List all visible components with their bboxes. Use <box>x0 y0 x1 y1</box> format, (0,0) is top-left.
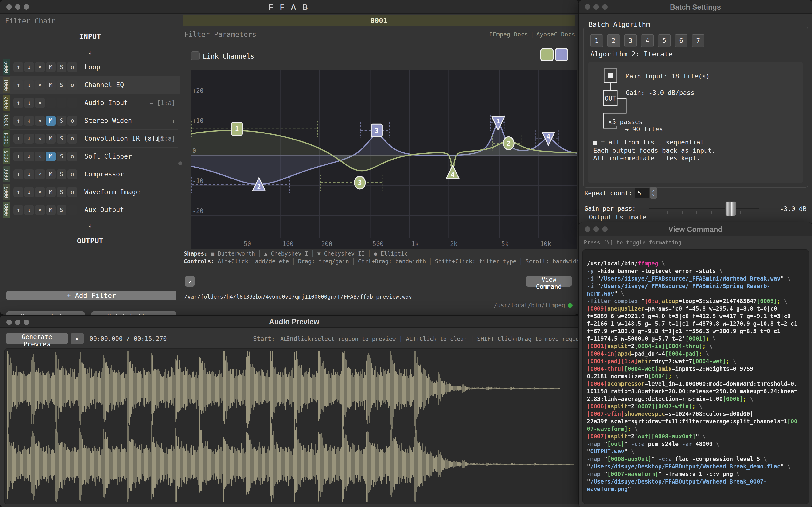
mute-button[interactable]: M <box>46 134 56 144</box>
svg-text:3: 3 <box>375 127 379 134</box>
move-down-button[interactable]: ↓ <box>24 169 34 179</box>
active-filter-id[interactable]: 0001 <box>183 15 575 26</box>
mute-button[interactable]: M <box>46 152 56 161</box>
expand-button[interactable]: ↗ <box>185 276 194 287</box>
command-code-block[interactable]: /usr/local/bin/ffmpeg \-y -hide_banner -… <box>582 249 809 504</box>
delete-button[interactable]: × <box>35 80 45 90</box>
filter-name: Compressor <box>84 170 124 178</box>
algorithm-6-button[interactable]: 6 <box>675 34 688 47</box>
solo-button[interactable]: S <box>57 80 66 90</box>
delete-button[interactable]: × <box>35 98 45 108</box>
output-button[interactable]: o <box>67 187 77 197</box>
move-down-button[interactable]: ↓ <box>24 80 34 90</box>
solo-button[interactable]: S <box>57 205 66 215</box>
stepper-up-icon[interactable]: ∧ <box>652 188 654 193</box>
output-button[interactable]: o <box>67 62 77 72</box>
move-up-button[interactable]: ↑ <box>13 205 23 215</box>
eq-editor[interactable]: 501002005001k2k5k10k+20+100-10-201234123… <box>190 70 577 249</box>
move-up-button[interactable]: ↑ <box>13 116 23 126</box>
output-button[interactable]: o <box>67 169 77 179</box>
delete-button[interactable]: × <box>35 187 45 197</box>
delete-button[interactable]: × <box>35 169 45 179</box>
main-input-text: Main Input: 18 file(s) <box>626 73 710 80</box>
view-command-button[interactable]: View Command <box>526 276 572 287</box>
solo-button[interactable]: S <box>57 116 66 126</box>
filter-row[interactable]: 0005↑↓×MSoSoft Clipper <box>0 148 180 165</box>
shapes-legend: Shapes: ■ Butterworth│▲ Chebyshev I│▼ Ch… <box>184 250 408 257</box>
move-up-button[interactable]: ↑ <box>13 187 23 197</box>
waveform-display[interactable] <box>4 348 584 504</box>
view-titlebar[interactable]: View Command <box>579 223 812 236</box>
move-down-button[interactable]: ↓ <box>24 205 34 215</box>
solo-button[interactable]: S <box>57 62 66 72</box>
channel-left-button[interactable] <box>540 48 554 61</box>
gain-slider-handle[interactable] <box>725 201 736 216</box>
solo-button[interactable]: S <box>57 169 66 179</box>
waveform-canvas[interactable] <box>7 351 582 502</box>
move-up-button[interactable]: ↑ <box>13 62 23 72</box>
gain-slider-track[interactable] <box>649 208 759 209</box>
move-down-button[interactable]: ↓ <box>24 134 34 144</box>
algorithm-4-button[interactable]: 4 <box>641 34 654 47</box>
delete-button[interactable]: × <box>35 152 45 161</box>
move-up-button[interactable]: ↑ <box>13 80 23 90</box>
delete-button[interactable]: × <box>35 205 45 215</box>
move-up-button[interactable]: ↑ <box>13 134 23 144</box>
output-button[interactable]: o <box>67 152 77 161</box>
solo-button[interactable]: S <box>57 187 66 197</box>
move-down-button[interactable]: ↓ <box>24 187 34 197</box>
delete-button[interactable]: × <box>35 62 45 72</box>
algorithm-7-button[interactable]: 7 <box>692 34 704 47</box>
audio-titlebar[interactable]: Audio Preview <box>0 316 588 328</box>
filter-row[interactable]: 0008↑↓×MSAux Output <box>0 201 180 219</box>
algorithm-3-button[interactable]: 3 <box>624 34 637 47</box>
mute-button[interactable]: M <box>46 169 56 179</box>
delete-button[interactable]: × <box>35 116 45 126</box>
solo-button[interactable]: S <box>57 152 66 161</box>
main-titlebar[interactable]: F F A B <box>0 0 579 14</box>
mute-button[interactable]: M <box>46 187 56 197</box>
repeat-count-stepper[interactable]: ∧ ∨ <box>650 187 657 199</box>
stepper-down-icon[interactable]: ∨ <box>652 193 654 198</box>
batch-titlebar[interactable]: Batch Settings <box>579 0 812 14</box>
main-window-title: F F A B <box>0 3 579 11</box>
output-button[interactable]: o <box>67 80 77 90</box>
channel-right-button[interactable] <box>555 48 568 61</box>
add-filter-button[interactable]: + Add Filter <box>6 291 176 300</box>
algorithm-5-button[interactable]: 5 <box>658 34 671 47</box>
link-channels-checkbox[interactable] <box>191 51 200 60</box>
generate-preview-button[interactable]: Generate Preview <box>6 333 68 344</box>
output-button[interactable]: o <box>67 134 77 144</box>
mute-button[interactable]: M <box>46 116 56 126</box>
docs-link[interactable]: AyoseC Docs <box>536 31 575 38</box>
repeat-count-input[interactable]: 5 <box>635 188 649 198</box>
filter-row[interactable]: 0004↑↓×MSoConvolution IR (afir← [1:a] <box>0 130 180 147</box>
move-up-button[interactable]: ↑ <box>13 169 23 179</box>
delete-button[interactable]: × <box>35 134 45 144</box>
move-down-button[interactable]: ↓ <box>24 98 34 108</box>
eq-graph[interactable]: 501002005001k2k5k10k+20+100-10-201234123… <box>190 70 577 249</box>
move-up-button[interactable]: ↑ <box>13 98 23 108</box>
filter-row[interactable]: 0007↑↓×MSoWaveform Image <box>0 183 180 201</box>
filter-row[interactable]: 0002↑↓×Audio Input→ [1:a] <box>0 94 180 112</box>
mute-button[interactable]: M <box>46 80 56 90</box>
solo-button[interactable]: S <box>57 134 66 144</box>
filter-row[interactable]: 0003↑↓×MSoStereo Widen↓ <box>0 112 180 129</box>
move-down-button[interactable]: ↓ <box>24 62 34 72</box>
filter-row[interactable]: 0001↑↓×MSoChannel EQ <box>0 76 180 94</box>
main-window: F F A B Filter Chain INPUT↓0009↑↓×MSoLoo… <box>0 0 579 315</box>
move-down-button[interactable]: ↓ <box>24 152 34 161</box>
docs-link[interactable]: FFmpeg Docs <box>489 31 528 38</box>
svg-text:200: 200 <box>321 240 332 247</box>
move-down-button[interactable]: ↓ <box>24 116 34 126</box>
mute-button[interactable]: M <box>46 205 56 215</box>
mute-button[interactable]: M <box>46 62 56 72</box>
algorithm-2-button[interactable]: 2 <box>607 34 620 47</box>
output-button[interactable]: o <box>67 116 77 126</box>
filter-row[interactable]: 0006↑↓×MSoCompressor <box>0 165 180 183</box>
play-button[interactable]: ▶ <box>71 333 84 344</box>
move-up-button[interactable]: ↑ <box>13 152 23 161</box>
algorithm-1-button[interactable]: 1 <box>590 34 603 47</box>
filter-row[interactable]: 0009↑↓×MSoLoop <box>0 58 180 76</box>
filter-row-buttons: ↑↓×MSo <box>13 152 77 161</box>
